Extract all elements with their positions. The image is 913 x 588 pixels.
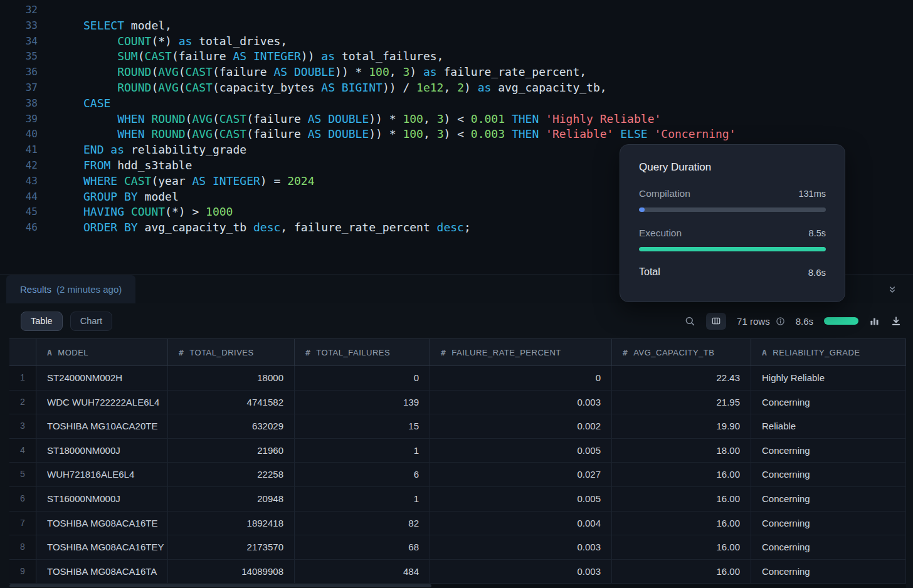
table-cell[interactable]: Concerning [751,439,906,463]
table-cell[interactable]: 21960 [168,439,295,463]
table-cell[interactable]: 139 [295,391,430,414]
row-number-cell[interactable]: 1 [9,366,36,390]
table-cell[interactable]: 68 [295,535,430,559]
table-cell[interactable]: Concerning [751,560,906,584]
table-cell[interactable]: 0.002 [430,414,612,438]
table-cell[interactable]: 16.00 [612,512,751,535]
table-cell[interactable]: 16.00 [612,560,751,584]
row-count-info[interactable] [776,317,785,326]
chart-view-button[interactable] [869,316,880,327]
table-cell[interactable]: 18.00 [612,439,751,463]
table-cell[interactable]: Concerning [751,512,906,535]
table-cell[interactable]: WDC WUH722222ALE6L4 [36,391,168,414]
table-cell[interactable]: ST24000NM002H [36,366,168,390]
row-number-cell[interactable]: 3 [9,414,36,438]
code-line[interactable]: 37 ROUND(AVG(CAST(capacity_bytes AS BIGI… [0,80,913,96]
scrollbar-thumb[interactable] [9,584,431,587]
table-cell[interactable]: 15 [295,414,430,438]
row-number-cell[interactable]: 9 [9,560,36,584]
code-line[interactable]: 38CASE [0,96,913,112]
code-line[interactable]: 39 WHEN ROUND(AVG(CAST(failure AS DOUBLE… [0,112,913,127]
column-header-total_drives[interactable]: #TOTAL_DRIVES [168,339,295,365]
code-line[interactable]: 35 SUM(CAST(failure AS INTEGER)) as tota… [0,49,913,65]
code-line[interactable]: 34 COUNT(*) as total_drives, [0,34,913,50]
table-row[interactable]: 3TOSHIBA MG10ACA20TE632029150.00219.90Re… [9,414,906,439]
table-cell[interactable]: 0.005 [430,487,612,511]
table-cell[interactable]: 22.43 [612,366,751,390]
table-cell[interactable]: 0.003 [430,560,612,584]
view-tab-chart[interactable]: Chart [70,312,112,331]
table-row[interactable]: 6ST16000NM000J2094810.00516.00Concerning [9,487,906,512]
table-cell[interactable]: 20948 [168,487,295,511]
tab-results[interactable]: Results (2 minutes ago) [6,275,135,303]
download-button[interactable] [890,315,902,327]
table-row[interactable]: 1ST24000NM002H180000022.43Highly Reliabl… [9,366,906,391]
table-cell[interactable]: 0.005 [430,439,612,463]
code-line[interactable]: 33SELECT model, [0,18,913,34]
row-number-cell[interactable]: 7 [9,512,36,535]
row-number-cell[interactable]: 2 [9,391,36,414]
code-line[interactable]: 32 [0,3,913,18]
table-cell[interactable]: 0.027 [430,463,612,486]
column-header-model[interactable]: AMODEL [36,339,168,365]
table-row[interactable]: 5WUH721816ALE6L42225860.02716.00Concerni… [9,463,906,487]
table-cell[interactable]: 82 [295,512,430,535]
table-cell[interactable]: 4741582 [168,391,295,414]
table-cell[interactable]: 21.95 [612,391,751,414]
table-cell[interactable]: TOSHIBA MG10ACA20TE [36,414,168,438]
row-number-cell[interactable]: 5 [9,463,36,486]
table-cell[interactable]: 1 [295,487,430,511]
table-cell[interactable]: WUH721816ALE6L4 [36,463,168,486]
table-cell[interactable]: Concerning [751,487,906,511]
table-cell[interactable]: Concerning [751,391,906,414]
table-cell[interactable]: 2173570 [168,535,295,559]
table-cell[interactable]: TOSHIBA MG08ACA16TEY [36,535,168,559]
table-cell[interactable]: 0 [430,366,612,390]
table-row[interactable]: 4ST18000NM000J2196010.00518.00Concerning [9,439,906,463]
table-cell[interactable]: 1 [295,439,430,463]
table-cell[interactable]: 19.90 [612,414,751,438]
table-cell[interactable]: 14089908 [168,560,295,584]
table-cell[interactable]: 16.00 [612,463,751,486]
table-cell[interactable]: 0 [295,366,430,390]
table-row[interactable]: 2WDC WUH722222ALE6L447415821390.00321.95… [9,391,906,415]
table-cell[interactable]: TOSHIBA MG08ACA16TA [36,560,168,584]
code-token: BY [124,190,138,203]
column-header-total_failures[interactable]: #TOTAL_FAILURES [295,339,430,365]
table-row[interactable]: 9TOSHIBA MG08ACA16TA140899084840.00316.0… [9,560,906,584]
table-cell[interactable]: Concerning [751,535,906,559]
table-cell[interactable]: 6 [295,463,430,486]
search-button[interactable] [684,315,695,327]
table-cell[interactable]: 0.004 [430,512,612,535]
row-number-cell[interactable]: 8 [9,535,36,559]
table-cell[interactable]: 632029 [168,414,295,438]
table-cell[interactable]: ST18000NM000J [36,439,168,463]
table-cell[interactable]: 0.003 [430,391,612,414]
view-tab-table[interactable]: Table [21,312,63,331]
table-cell[interactable]: 16.00 [612,487,751,511]
table-cell[interactable]: 22258 [168,463,295,486]
column-header-reliability_grade[interactable]: ARELIABILITY_GRADE [751,339,906,365]
column-header-failure_rate_percent[interactable]: #FAILURE_RATE_PERCENT [430,339,612,365]
table-cell[interactable]: Highly Reliable [751,366,906,390]
table-cell[interactable]: 484 [295,560,430,584]
table-cell[interactable]: 1892418 [168,512,295,535]
column-header-avg_capacity_tb[interactable]: #AVG_CAPACITY_TB [612,339,751,365]
row-number-cell[interactable]: 4 [9,439,36,463]
table-cell[interactable]: Concerning [751,463,906,486]
row-number-cell[interactable]: 6 [9,487,36,511]
column-header-label: TOTAL_DRIVES [189,348,253,357]
table-cell[interactable]: 16.00 [612,535,751,559]
collapse-panel-button[interactable] [884,281,900,298]
table-cell[interactable]: Reliable [751,414,906,438]
code-line[interactable]: 36 ROUND(AVG(CAST(failure AS DOUBLE)) * … [0,65,913,80]
table-cell[interactable]: TOSHIBA MG08ACA16TE [36,512,168,535]
table-row[interactable]: 8TOSHIBA MG08ACA16TEY2173570680.00316.00… [9,535,906,560]
table-row[interactable]: 7TOSHIBA MG08ACA16TE1892418820.00416.00C… [9,512,906,536]
code-line[interactable]: 40 WHEN ROUND(AVG(CAST(failure AS DOUBLE… [0,127,913,142]
table-cell[interactable]: 18000 [168,366,295,390]
table-cell[interactable]: ST16000NM000J [36,487,168,511]
horizontal-scrollbar[interactable] [9,584,906,588]
table-cell[interactable]: 0.003 [430,535,612,559]
columns-toggle-button[interactable] [706,313,726,330]
